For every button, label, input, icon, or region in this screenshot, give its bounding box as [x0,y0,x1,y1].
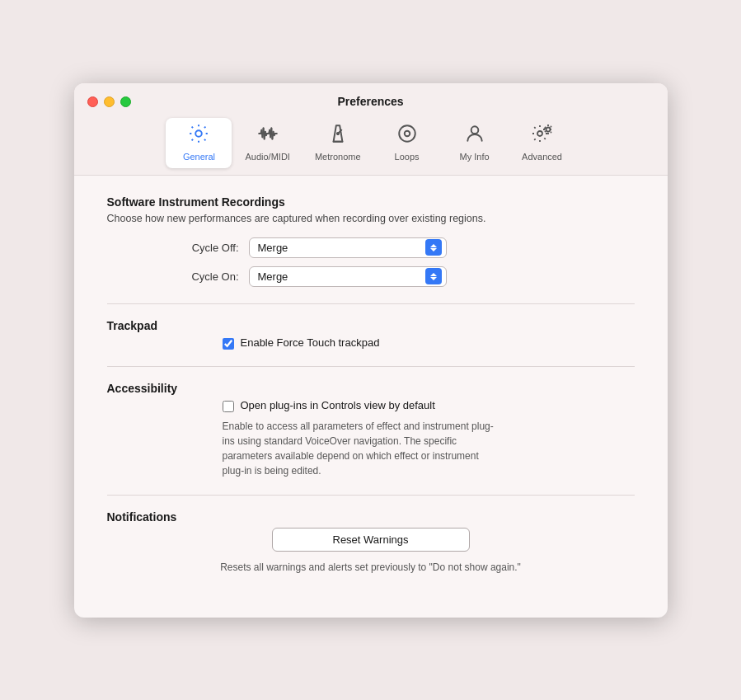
force-touch-row: Enable Force Touch trackpad [107,336,635,350]
minimize-button[interactable] [104,96,115,107]
close-button[interactable] [87,96,98,107]
tab-loops[interactable]: Loops [374,118,440,168]
svg-point-25 [537,131,542,136]
notifications-desc: Resets all warnings and alerts set previ… [107,560,635,575]
divider-2 [107,366,635,367]
software-instruments-title: Software Instrument Recordings [107,195,635,209]
section-notifications: Notifications Reset Warnings Resets all … [107,510,635,575]
tab-general[interactable]: General [166,118,232,168]
tab-my-info-label: My Info [459,152,489,162]
window-title: Preferences [337,95,403,108]
accessibility-title: Accessibility [107,382,635,395]
titlebar: Preferences General [74,83,668,176]
cycle-off-select[interactable]: Merge Replace Create Takes [249,237,447,258]
tab-advanced[interactable]: Advanced [509,118,575,168]
section-software-instruments: Software Instrument Recordings Choose ho… [107,195,635,287]
cycle-off-select-wrapper: Merge Replace Create Takes [249,237,447,258]
tab-metronome[interactable]: Metronome [303,118,373,168]
tabs-bar: General [166,118,575,168]
tab-advanced-label: Advanced [522,152,562,162]
divider-3 [107,495,635,496]
preferences-window: Preferences General [74,83,668,618]
tab-loops-label: Loops [395,152,420,162]
loops-icon [396,123,418,149]
cycle-on-select-wrapper: Merge Replace Create Takes [249,266,447,287]
force-touch-checkbox[interactable] [223,338,234,350]
svg-point-23 [404,130,410,136]
tab-audio-midi[interactable]: Audio/MIDI [233,118,301,168]
controls-view-label: Open plug-ins in Controls view by defaul… [241,399,435,411]
svg-point-0 [196,130,203,137]
notifications-title: Notifications [107,510,635,524]
gear-icon [188,123,209,149]
tab-my-info[interactable]: My Info [442,118,508,168]
cycle-off-label: Cycle Off: [157,242,239,254]
svg-point-26 [546,127,550,131]
controls-view-desc: Enable to access all parameters of effec… [107,419,503,478]
trackpad-title: Trackpad [107,319,635,332]
content-area: Software Instrument Recordings Choose ho… [74,176,668,618]
cycle-off-row: Cycle Off: Merge Replace Create Takes [107,237,635,258]
advanced-gear-icon [532,123,553,149]
metronome-icon [327,123,349,149]
cycle-on-row: Cycle On: Merge Replace Create Takes [107,266,635,287]
controls-view-checkbox[interactable] [223,401,234,412]
traffic-lights [87,96,131,107]
reset-warnings-button[interactable]: Reset Warnings [272,528,470,552]
svg-point-24 [471,126,478,134]
divider-1 [107,303,635,304]
tab-general-label: General [183,152,215,162]
force-touch-label: Enable Force Touch trackpad [241,336,380,349]
svg-point-22 [399,125,415,142]
tab-metronome-label: Metronome [315,152,361,162]
waveform-icon [257,123,279,149]
svg-point-21 [337,132,339,134]
reset-button-row: Reset Warnings [107,528,635,552]
section-trackpad: Trackpad Enable Force Touch trackpad [107,319,635,350]
section-accessibility: Accessibility Open plug-ins in Controls … [107,382,635,478]
controls-view-row: Open plug-ins in Controls view by defaul… [107,399,635,412]
cycle-on-label: Cycle On: [157,270,239,283]
software-instruments-desc: Choose how new performances are captured… [107,213,635,224]
tab-audio-midi-label: Audio/MIDI [245,152,289,162]
maximize-button[interactable] [120,96,131,107]
person-icon [464,123,485,149]
cycle-on-select[interactable]: Merge Replace Create Takes [249,266,447,287]
